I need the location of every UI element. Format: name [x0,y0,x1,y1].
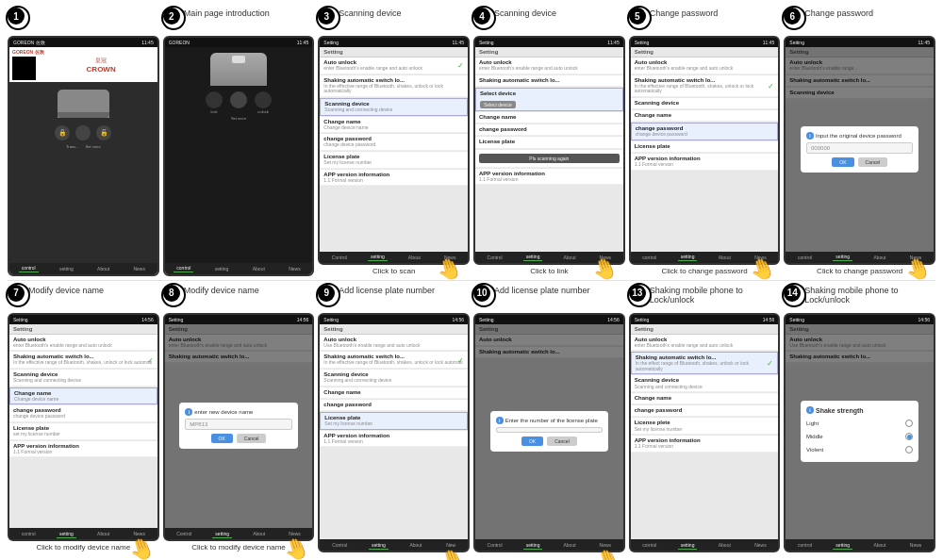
nav-control-10[interactable]: Control [485,541,505,549]
radio-middle[interactable] [905,433,913,440]
nav-about-14[interactable]: About [870,541,888,549]
nav-about-4[interactable]: About [560,254,578,261]
lock-btn[interactable]: 🔒 [55,125,70,140]
step-7-caption: Click to modify device name [37,543,131,552]
step-3-status: Setting 11:45 [320,38,468,47]
step-10-popup: i Enter the number of the license plate … [475,324,623,540]
step-6-popup-buttons: OK Cancel [806,157,913,167]
nav-setting-14[interactable]: setting [833,541,852,550]
nav-setting-10[interactable]: setting [523,541,543,550]
item-change-name-13: Change name [631,393,779,404]
step-4-screen: Setting 11:45 Setting Auto unlock enter … [473,36,625,265]
step-13-settings-title: Setting [631,324,779,335]
nav-news-13[interactable]: News [752,541,769,549]
step-4-settings-title: Setting [475,47,623,58]
step-13: 13 Shaking mobile phone to Lock/unlock S… [629,285,781,553]
nav-control-6[interactable]: control [795,254,815,261]
step-8-ok-btn[interactable]: OK [211,434,233,443]
nav-about-9[interactable]: About [406,541,424,549]
step-7-title: Modify device name [28,285,104,296]
nav-about-5[interactable]: About [716,254,734,261]
nav-control-9[interactable]: Control [329,541,350,549]
item-change-name-9: Change name [320,387,468,399]
step-8-cancel-btn[interactable]: Cancel [237,434,267,443]
info-icon-10: i [496,417,504,424]
step-9-content: Setting Auto unlock Use Bluetooth's enab… [320,324,468,540]
nav-setting[interactable]: setting [57,265,76,272]
nav-about-7[interactable]: About [94,530,112,537]
step-6-number: 6 [784,8,801,25]
nav-setting-4[interactable]: setting [523,253,543,261]
center-btn[interactable] [75,125,91,140]
nav-setting-3[interactable]: setting [368,253,388,261]
nav-setting-13[interactable]: setting [678,541,698,550]
item-shaking-3: Shaking automatic switch lo... In the ef… [320,75,468,97]
step-10-license-input[interactable] [496,427,603,433]
step-7-number: 7 [8,285,25,302]
nav-about-10[interactable]: About [560,541,578,549]
nav-setting-5[interactable]: setting [678,253,698,261]
nav-about-8[interactable]: About [250,530,268,537]
row-1: 1 GOREON 佐敦 11:45 GOREON 佐敦 皇冠 C [8,8,935,276]
nav-control-13[interactable]: control [639,541,659,549]
nav-about[interactable]: About [94,265,112,272]
step-6-cancel-btn[interactable]: Cancel [858,157,888,167]
nav-setting-9[interactable]: setting [369,541,389,550]
nav-setting-7[interactable]: setting [57,530,76,538]
crown-app-main: 🔒 🔓 Trans... Set more [9,82,157,263]
item-license-9[interactable]: License plate Set my license number [320,412,468,430]
unlock-btn[interactable]: 🔓 [96,125,111,140]
nav-setting-8[interactable]: setting [212,530,232,538]
step-6-password-input[interactable]: 000000 [806,142,913,154]
step-6-ok-btn[interactable]: OK [832,157,853,167]
step-13-title: Shaking mobile phone to Lock/unlock [650,285,781,306]
info-icon-6: i [806,132,814,140]
step-3-caption: Click to scan [372,267,415,276]
nav-control-4[interactable]: Control [485,254,505,261]
item-shaking-13[interactable]: Shaking automatic switch lo... In the ef… [631,352,779,374]
pls-scan-btn[interactable]: Pls scanning again [479,154,620,163]
crown-action-buttons: 🔒 🔓 [55,125,111,140]
select-device-btn[interactable]: Select device [480,101,516,108]
step-10-ok-btn[interactable]: OK [521,436,543,446]
nav-control-3[interactable]: Control [329,254,350,261]
step-5-header: 5 Change password [629,8,781,34]
nav-news-14[interactable]: News [907,541,925,549]
nav-control-8[interactable]: Control [174,530,194,537]
nav-control-2[interactable]: control [174,264,193,272]
step-14-popup-box: i Shake strength Light Middle [801,401,918,462]
nav-about-6[interactable]: About [870,254,888,261]
item-change-pw-3: change password change device password [320,134,468,151]
item-auto-unlock-3: Auto unlock enter Bluetooth's enable ran… [320,58,468,74]
step-8-name-input[interactable]: MP813 [185,419,291,430]
nav-control-14[interactable]: control [795,541,815,549]
nav-control[interactable]: control [19,264,39,272]
item-license-5: License plate [631,141,779,153]
nav-setting-2[interactable]: setting [212,265,232,272]
nav-setting-6[interactable]: setting [833,253,852,261]
nav-about-13[interactable]: About [716,541,734,549]
shake-light: Light [806,417,913,430]
nav-about-3[interactable]: About [405,254,423,261]
nav-news-2[interactable]: News [286,265,304,272]
step-10-cancel-btn[interactable]: Cancel [547,436,577,446]
radio-light[interactable] [905,420,913,427]
nav-about-2[interactable]: About [250,265,268,272]
step-1-nav: control setting About News [9,263,157,274]
step-9-number: 9 [318,285,335,302]
step-1-content: GOREON 佐敦 皇冠 CROWN [9,47,157,274]
step-5-caption: Click to change password [661,267,747,276]
item-change-pw-5[interactable]: change password change device password [631,123,779,140]
step-2-screen: GOREON 11:45 lock [163,36,315,276]
step-2-header: 2 Main page introduction [163,8,315,34]
item-select-device-4[interactable]: Select device Select device [475,88,623,111]
item-change-name-7[interactable]: Change name Change device name [9,387,157,405]
item-auto-unlock-9: Auto unlock Use Bluetooth's enable range… [320,335,468,352]
step-8-popup-buttons: OK Cancel [185,434,291,443]
nav-control-7[interactable]: control [19,530,39,537]
nav-news[interactable]: News [130,265,148,272]
radio-violent[interactable] [905,446,913,453]
item-scanning-3[interactable]: Scanning device Scanning and connecting … [320,98,468,116]
row-divider [8,280,935,281]
nav-control-5[interactable]: control [639,254,659,261]
